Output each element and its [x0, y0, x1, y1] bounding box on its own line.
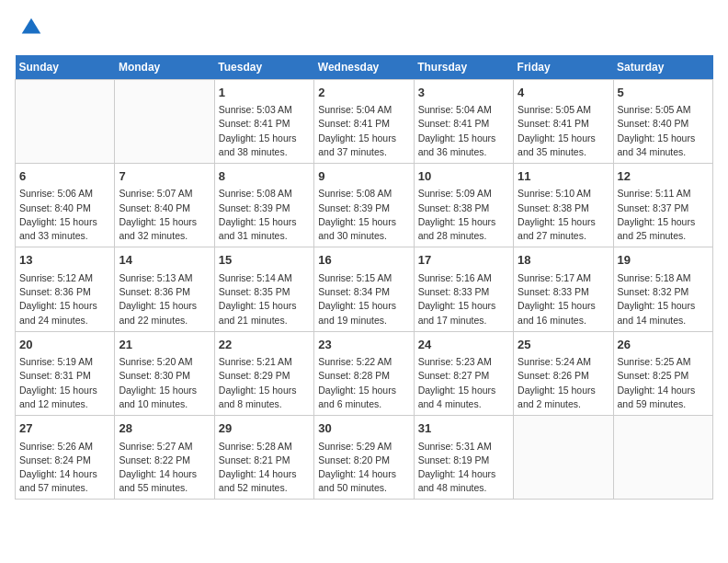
day-number: 3 — [418, 84, 509, 102]
day-info: Sunrise: 5:28 AM Sunset: 8:21 PM Dayligh… — [219, 440, 310, 496]
calendar-cell: 17Sunrise: 5:16 AM Sunset: 8:33 PM Dayli… — [414, 247, 513, 331]
header-saturday: Saturday — [613, 55, 712, 80]
day-info: Sunrise: 5:16 AM Sunset: 8:33 PM Dayligh… — [418, 271, 509, 327]
header-wednesday: Wednesday — [314, 55, 414, 80]
calendar-cell — [16, 79, 115, 163]
calendar-cell: 23Sunrise: 5:22 AM Sunset: 8:28 PM Dayli… — [314, 331, 414, 415]
day-number: 9 — [318, 167, 409, 186]
svg-marker-0 — [22, 18, 41, 34]
header-sunday: Sunday — [16, 55, 115, 80]
calendar-cell: 25Sunrise: 5:24 AM Sunset: 8:26 PM Dayli… — [514, 331, 613, 415]
day-number: 30 — [318, 419, 409, 438]
day-number: 27 — [19, 419, 110, 438]
calendar-cell: 14Sunrise: 5:13 AM Sunset: 8:36 PM Dayli… — [115, 247, 214, 331]
day-info: Sunrise: 5:14 AM Sunset: 8:35 PM Dayligh… — [219, 271, 310, 327]
calendar-cell: 7Sunrise: 5:07 AM Sunset: 8:40 PM Daylig… — [115, 163, 214, 247]
calendar-cell: 18Sunrise: 5:17 AM Sunset: 8:33 PM Dayli… — [514, 247, 613, 331]
day-number: 20 — [19, 336, 110, 354]
calendar-cell: 20Sunrise: 5:19 AM Sunset: 8:31 PM Dayli… — [16, 331, 115, 415]
day-number: 5 — [618, 84, 709, 102]
page-header — [15, 15, 713, 46]
day-number: 16 — [318, 251, 409, 270]
day-info: Sunrise: 5:26 AM Sunset: 8:24 PM Dayligh… — [19, 440, 110, 496]
calendar-cell: 24Sunrise: 5:23 AM Sunset: 8:27 PM Dayli… — [414, 331, 513, 415]
day-info: Sunrise: 5:08 AM Sunset: 8:39 PM Dayligh… — [219, 187, 310, 243]
header-friday: Friday — [514, 55, 613, 80]
day-info: Sunrise: 5:29 AM Sunset: 8:20 PM Dayligh… — [318, 440, 409, 496]
calendar-cell: 9Sunrise: 5:08 AM Sunset: 8:39 PM Daylig… — [314, 163, 414, 247]
day-number: 7 — [119, 167, 210, 186]
day-info: Sunrise: 5:08 AM Sunset: 8:39 PM Dayligh… — [318, 187, 409, 243]
day-info: Sunrise: 5:19 AM Sunset: 8:31 PM Dayligh… — [19, 355, 110, 411]
day-info: Sunrise: 5:03 AM Sunset: 8:41 PM Dayligh… — [219, 103, 310, 159]
week-row-1: 6Sunrise: 5:06 AM Sunset: 8:40 PM Daylig… — [16, 163, 713, 247]
day-number: 23 — [318, 336, 409, 354]
day-number: 15 — [219, 251, 310, 270]
calendar-cell: 15Sunrise: 5:14 AM Sunset: 8:35 PM Dayli… — [214, 247, 313, 331]
calendar-header-row: SundayMondayTuesdayWednesdayThursdayFrid… — [16, 55, 713, 80]
calendar-cell: 2Sunrise: 5:04 AM Sunset: 8:41 PM Daylig… — [314, 79, 414, 163]
day-number: 13 — [19, 251, 110, 270]
day-number: 11 — [518, 167, 609, 186]
day-number: 28 — [119, 419, 210, 438]
day-number: 12 — [618, 167, 709, 186]
day-number: 4 — [518, 84, 609, 102]
day-info: Sunrise: 5:21 AM Sunset: 8:29 PM Dayligh… — [219, 355, 310, 411]
calendar-cell: 21Sunrise: 5:20 AM Sunset: 8:30 PM Dayli… — [115, 331, 214, 415]
day-info: Sunrise: 5:15 AM Sunset: 8:34 PM Dayligh… — [318, 271, 409, 327]
day-number: 8 — [219, 167, 310, 186]
day-info: Sunrise: 5:18 AM Sunset: 8:32 PM Dayligh… — [618, 271, 709, 327]
day-number: 1 — [219, 84, 310, 102]
week-row-0: 1Sunrise: 5:03 AM Sunset: 8:41 PM Daylig… — [16, 79, 713, 163]
header-thursday: Thursday — [414, 55, 513, 80]
day-info: Sunrise: 5:23 AM Sunset: 8:27 PM Dayligh… — [418, 355, 509, 411]
calendar-table: SundayMondayTuesdayWednesdayThursdayFrid… — [15, 55, 713, 500]
header-tuesday: Tuesday — [214, 55, 313, 80]
calendar-cell — [514, 416, 613, 500]
day-info: Sunrise: 5:07 AM Sunset: 8:40 PM Dayligh… — [119, 187, 210, 243]
day-info: Sunrise: 5:12 AM Sunset: 8:36 PM Dayligh… — [19, 271, 110, 327]
day-number: 17 — [418, 251, 509, 270]
calendar-cell: 4Sunrise: 5:05 AM Sunset: 8:41 PM Daylig… — [514, 79, 613, 163]
day-number: 29 — [219, 419, 310, 438]
calendar-cell: 11Sunrise: 5:10 AM Sunset: 8:38 PM Dayli… — [514, 163, 613, 247]
calendar-cell: 5Sunrise: 5:05 AM Sunset: 8:40 PM Daylig… — [613, 79, 712, 163]
day-info: Sunrise: 5:11 AM Sunset: 8:37 PM Dayligh… — [618, 187, 709, 243]
header-monday: Monday — [115, 55, 214, 80]
day-info: Sunrise: 5:31 AM Sunset: 8:19 PM Dayligh… — [418, 440, 509, 496]
calendar-cell — [613, 416, 712, 500]
calendar-cell: 27Sunrise: 5:26 AM Sunset: 8:24 PM Dayli… — [16, 416, 115, 500]
week-row-3: 20Sunrise: 5:19 AM Sunset: 8:31 PM Dayli… — [16, 331, 713, 415]
day-info: Sunrise: 5:05 AM Sunset: 8:40 PM Dayligh… — [618, 103, 709, 159]
day-info: Sunrise: 5:10 AM Sunset: 8:38 PM Dayligh… — [518, 187, 609, 243]
day-info: Sunrise: 5:22 AM Sunset: 8:28 PM Dayligh… — [318, 355, 409, 411]
calendar-cell: 28Sunrise: 5:27 AM Sunset: 8:22 PM Dayli… — [115, 416, 214, 500]
day-info: Sunrise: 5:04 AM Sunset: 8:41 PM Dayligh… — [418, 103, 509, 159]
week-row-4: 27Sunrise: 5:26 AM Sunset: 8:24 PM Dayli… — [16, 416, 713, 500]
day-number: 18 — [518, 251, 609, 270]
week-row-2: 13Sunrise: 5:12 AM Sunset: 8:36 PM Dayli… — [16, 247, 713, 331]
day-info: Sunrise: 5:13 AM Sunset: 8:36 PM Dayligh… — [119, 271, 210, 327]
day-number: 6 — [19, 167, 110, 186]
day-number: 2 — [318, 84, 409, 102]
day-info: Sunrise: 5:25 AM Sunset: 8:25 PM Dayligh… — [618, 355, 709, 411]
day-number: 10 — [418, 167, 509, 186]
day-number: 24 — [418, 336, 509, 354]
calendar-cell: 10Sunrise: 5:09 AM Sunset: 8:38 PM Dayli… — [414, 163, 513, 247]
calendar-cell: 8Sunrise: 5:08 AM Sunset: 8:39 PM Daylig… — [214, 163, 313, 247]
day-number: 31 — [418, 419, 509, 438]
day-number: 14 — [119, 251, 210, 270]
day-info: Sunrise: 5:27 AM Sunset: 8:22 PM Dayligh… — [119, 440, 210, 496]
calendar-cell: 6Sunrise: 5:06 AM Sunset: 8:40 PM Daylig… — [16, 163, 115, 247]
logo-icon — [18, 15, 44, 40]
calendar-cell: 19Sunrise: 5:18 AM Sunset: 8:32 PM Dayli… — [613, 247, 712, 331]
calendar-cell: 22Sunrise: 5:21 AM Sunset: 8:29 PM Dayli… — [214, 331, 313, 415]
calendar-cell: 30Sunrise: 5:29 AM Sunset: 8:20 PM Dayli… — [314, 416, 414, 500]
day-info: Sunrise: 5:17 AM Sunset: 8:33 PM Dayligh… — [518, 271, 609, 327]
day-number: 26 — [618, 336, 709, 354]
calendar-body: 1Sunrise: 5:03 AM Sunset: 8:41 PM Daylig… — [16, 79, 713, 500]
calendar-cell: 1Sunrise: 5:03 AM Sunset: 8:41 PM Daylig… — [214, 79, 313, 163]
calendar-cell: 3Sunrise: 5:04 AM Sunset: 8:41 PM Daylig… — [414, 79, 513, 163]
day-info: Sunrise: 5:06 AM Sunset: 8:40 PM Dayligh… — [19, 187, 110, 243]
calendar-cell: 16Sunrise: 5:15 AM Sunset: 8:34 PM Dayli… — [314, 247, 414, 331]
